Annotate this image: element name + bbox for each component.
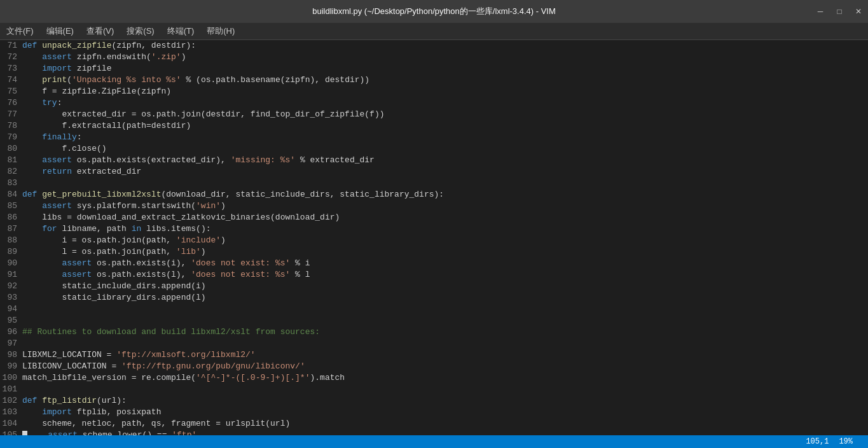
line-content: static_library_dirs.append(l)	[22, 292, 868, 304]
line-number: 77	[0, 109, 22, 120]
line-number: 99	[0, 361, 22, 372]
table-row: 102def ftp_listdir(url):	[0, 395, 868, 407]
line-number: 87	[0, 223, 22, 235]
table-row: 96## Routines to download and build libx…	[0, 326, 868, 338]
line-content: l = os.path.join(path, 'lib')	[22, 246, 868, 258]
line-content: import ftplib, posixpath	[22, 407, 868, 418]
table-row: 100match_libfile_version = re.compile('^…	[0, 372, 868, 384]
close-button[interactable]: ✕	[849, 3, 868, 20]
line-content: ## Routines to download and build libxml…	[22, 326, 868, 338]
line-content: for libname, path in libs.items():	[22, 223, 868, 235]
line-number: 73	[0, 63, 22, 74]
line-number: 102	[0, 395, 22, 407]
line-number: 90	[0, 258, 22, 269]
line-content: assert sys.platform.startswith('win')	[22, 200, 868, 212]
table-row: 103 import ftplib, posixpath	[0, 407, 868, 418]
line-content: libs = download_and_extract_zlatkovic_bi…	[22, 212, 868, 223]
line-content: match_libfile_version = re.compile('^[^-…	[22, 372, 868, 384]
line-content: assert os.path.exists(i), 'does not exis…	[22, 258, 868, 269]
table-row: 89 l = os.path.join(path, 'lib')	[0, 246, 868, 258]
minimize-button[interactable]: ─	[811, 3, 830, 20]
line-number: 76	[0, 97, 22, 109]
line-content: f = zipfile.ZipFile(zipfn)	[22, 86, 868, 97]
table-row: 101	[0, 384, 868, 395]
table-row: 90 assert os.path.exists(i), 'does not e…	[0, 258, 868, 269]
table-row: 74 print('Unpacking %s into %s' % (os.pa…	[0, 74, 868, 86]
line-content: extracted_dir = os.path.join(destdir, fi…	[22, 109, 868, 120]
table-row: 72 assert zipfn.endswith('.zip')	[0, 52, 868, 63]
table-row: 71def unpack_zipfile(zipfn, destdir):	[0, 40, 868, 52]
line-content: LIBXML2_LOCATION = 'ftp://xmlsoft.org/li…	[22, 349, 868, 361]
line-content: def get_prebuilt_libxml2xslt(download_di…	[22, 189, 868, 200]
line-content: print('Unpacking %s into %s' % (os.path.…	[22, 74, 868, 86]
table-row: 97	[0, 338, 868, 349]
line-content: return extracted_dir	[22, 166, 868, 178]
table-row: 87 for libname, path in libs.items():	[0, 223, 868, 235]
menu-item-2[interactable]: 查看(V)	[83, 24, 118, 38]
line-number: 100	[0, 372, 22, 384]
line-number: 71	[0, 40, 22, 52]
line-number: 81	[0, 155, 22, 166]
menu-item-3[interactable]: 搜索(S)	[123, 24, 158, 38]
table-row: 81 assert os.path.exists(extracted_dir),…	[0, 155, 868, 166]
line-number: 94	[0, 304, 22, 315]
line-number: 79	[0, 132, 22, 143]
menu-item-5[interactable]: 帮助(H)	[203, 24, 238, 38]
table-row: 76 try:	[0, 97, 868, 109]
cursor-position: 105,1	[806, 437, 829, 446]
menu-item-0[interactable]: 文件(F)	[3, 24, 38, 38]
table-row: 98LIBXML2_LOCATION = 'ftp://xmlsoft.org/…	[0, 349, 868, 361]
line-content: assert os.path.exists(l), 'does not exis…	[22, 269, 868, 281]
line-content: LIBICONV_LOCATION = 'ftp://ftp.gnu.org/p…	[22, 361, 868, 372]
scroll-percent: 19%	[839, 437, 853, 446]
line-content: assert zipfn.endswith('.zip')	[22, 52, 868, 63]
table-row: 92 static_include_dirs.append(i)	[0, 281, 868, 292]
title-bar: buildlibxml.py (~/Desktop/Python/python的…	[0, 0, 868, 23]
status-bar: 105,1 19%	[0, 435, 868, 448]
table-row: 83	[0, 178, 868, 189]
table-row: 91 assert os.path.exists(l), 'does not e…	[0, 269, 868, 281]
menu-item-1[interactable]: 编辑(E)	[43, 24, 78, 38]
menu-item-4[interactable]: 终端(T)	[163, 24, 198, 38]
table-row: 80 f.close()	[0, 143, 868, 155]
line-content: scheme, netloc, path, qs, fragment = url…	[22, 418, 868, 430]
table-row: 78 f.extractall(path=destdir)	[0, 120, 868, 132]
table-row: 86 libs = download_and_extract_zlatkovic…	[0, 212, 868, 223]
table-row: 94	[0, 304, 868, 315]
line-content: static_include_dirs.append(i)	[22, 281, 868, 292]
line-number: 82	[0, 166, 22, 178]
table-row: 73 import zipfile	[0, 63, 868, 74]
line-number: 83	[0, 178, 22, 189]
menu-bar: 文件(F)编辑(E)查看(V)搜索(S)终端(T)帮助(H)	[0, 23, 868, 40]
window-controls: ─ □ ✕	[811, 3, 868, 20]
line-number: 84	[0, 189, 22, 200]
table-row: 105 assert scheme.lower() == 'ftp'	[0, 430, 868, 435]
line-number: 72	[0, 52, 22, 63]
line-number: 92	[0, 281, 22, 292]
line-number: 85	[0, 200, 22, 212]
line-content: i = os.path.join(path, 'include')	[22, 235, 868, 246]
line-number: 98	[0, 349, 22, 361]
line-number: 96	[0, 326, 22, 338]
line-number: 89	[0, 246, 22, 258]
line-number: 97	[0, 338, 22, 349]
line-number: 74	[0, 74, 22, 86]
table-row: 104 scheme, netloc, path, qs, fragment =…	[0, 418, 868, 430]
table-row: 85 assert sys.platform.startswith('win')	[0, 200, 868, 212]
line-number: 101	[0, 384, 22, 395]
maximize-button[interactable]: □	[830, 3, 849, 20]
line-number: 80	[0, 143, 22, 155]
line-content: f.extractall(path=destdir)	[22, 120, 868, 132]
table-row: 93 static_library_dirs.append(l)	[0, 292, 868, 304]
table-row: 77 extracted_dir = os.path.join(destdir,…	[0, 109, 868, 120]
line-number: 103	[0, 407, 22, 418]
cursor-block	[22, 431, 27, 435]
window-title: buildlibxml.py (~/Desktop/Python/python的…	[57, 6, 811, 17]
line-content: import zipfile	[22, 63, 868, 74]
line-content: assert scheme.lower() == 'ftp'	[22, 430, 868, 435]
line-content: try:	[22, 97, 868, 109]
line-number: 86	[0, 212, 22, 223]
editor: 71def unpack_zipfile(zipfn, destdir):72 …	[0, 40, 868, 435]
line-number: 93	[0, 292, 22, 304]
line-number: 88	[0, 235, 22, 246]
